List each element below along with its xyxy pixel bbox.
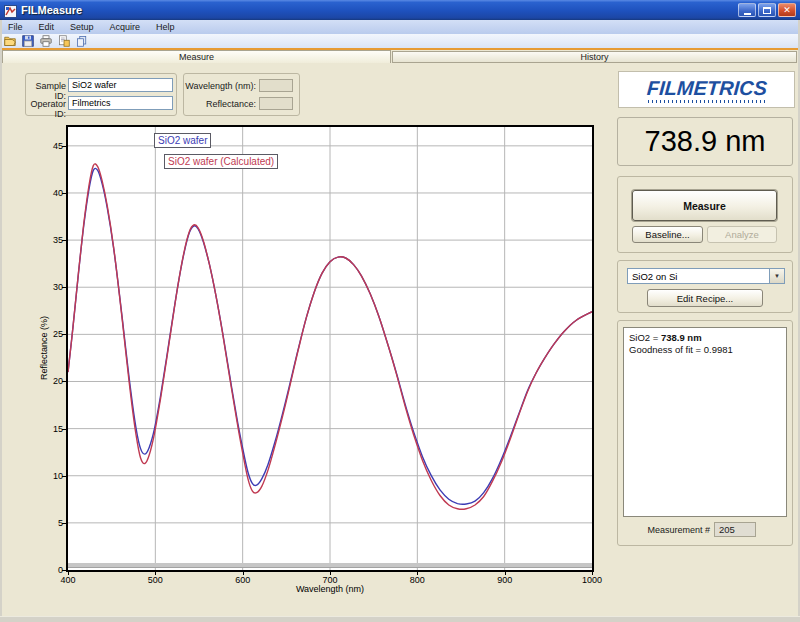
y-tick-label: 15 <box>38 424 63 434</box>
x-tick-mark <box>243 571 244 575</box>
y-tick-mark <box>62 570 66 571</box>
x-tick-mark <box>330 571 331 575</box>
close-button[interactable]: ✕ <box>778 3 796 17</box>
filmetrics-logo: FILMETRICS <box>618 71 795 108</box>
toolbar <box>0 34 800 48</box>
tab-history[interactable]: History <box>392 51 797 63</box>
window-frame-left <box>0 20 2 622</box>
menu-edit[interactable]: Edit <box>31 21 63 33</box>
x-tick-label: 600 <box>225 575 261 585</box>
x-tick-mark <box>68 571 69 575</box>
result-thickness-value: 738.9 nm <box>661 332 702 343</box>
sample-id-label: Sample ID: <box>24 81 66 101</box>
measure-button[interactable]: Measure <box>632 190 777 221</box>
window-controls: ✕ <box>738 3 796 17</box>
wavelength-label: Wavelength (nm): <box>185 81 256 91</box>
y-tick-mark <box>62 429 66 430</box>
x-axis-label: Wavelength (nm) <box>270 584 390 594</box>
app-window: FILMeasure ✕ File Edit Setup Acquire Hel… <box>0 0 800 622</box>
legend-measured: SiO2 wafer <box>154 133 211 148</box>
y-tick-label: 25 <box>38 329 63 339</box>
export-icon[interactable] <box>57 35 71 47</box>
sample-id-input[interactable] <box>68 78 173 92</box>
menu-acquire[interactable]: Acquire <box>102 21 149 33</box>
x-tick-mark <box>592 571 593 575</box>
edit-recipe-button[interactable]: Edit Recipe... <box>647 289 763 307</box>
y-tick-mark <box>62 287 66 288</box>
operator-id-input[interactable] <box>68 96 173 110</box>
reflectance-field <box>259 97 293 110</box>
menu-setup[interactable]: Setup <box>62 21 102 33</box>
results-text-area: SiO2 = 738.9 nm Goodness of fit = 0.9981 <box>623 327 787 517</box>
x-tick-label: 500 <box>137 575 173 585</box>
recipe-selected-value: SiO2 on Si <box>628 271 769 282</box>
y-tick-label: 10 <box>38 471 63 481</box>
menu-bar: File Edit Setup Acquire Help <box>0 20 800 34</box>
result-line-fit: Goodness of fit = 0.9981 <box>629 344 781 356</box>
x-tick-label: 900 <box>487 575 523 585</box>
x-tick-label: 800 <box>399 575 435 585</box>
baseline-button[interactable]: Baseline... <box>632 226 703 243</box>
y-tick-mark <box>62 240 66 241</box>
title-bar: FILMeasure ✕ <box>0 0 800 20</box>
tab-measure[interactable]: Measure <box>2 50 391 63</box>
thickness-display: 738.9 nm <box>617 117 793 166</box>
x-tick-label: 400 <box>50 575 86 585</box>
window-title: FILMeasure <box>21 4 82 16</box>
x-tick-mark <box>505 571 506 575</box>
logo-text: FILMETRICS <box>646 77 768 100</box>
x-tick-label: 1000 <box>574 575 610 585</box>
app-icon <box>4 4 17 17</box>
print-icon[interactable] <box>39 35 53 47</box>
y-tick-mark <box>62 334 66 335</box>
y-tick-label: 35 <box>38 235 63 245</box>
maximize-button[interactable] <box>758 3 776 17</box>
y-tick-mark <box>62 476 66 477</box>
y-tick-mark <box>62 146 66 147</box>
menu-file[interactable]: File <box>0 21 31 33</box>
y-tick-label: 20 <box>38 376 63 386</box>
window-frame-bottom <box>0 616 800 622</box>
result-line-thickness: SiO2 = 738.9 nm <box>629 332 781 344</box>
x-tick-mark <box>155 571 156 575</box>
measurement-number-label: Measurement # <box>630 525 710 535</box>
chart-canvas <box>68 127 592 570</box>
operator-id-label: Operator ID: <box>18 99 66 119</box>
baseline-band-edge <box>68 567 592 568</box>
wavelength-field <box>259 79 293 92</box>
save-icon[interactable] <box>21 35 35 47</box>
reflectance-label: Reflectance: <box>185 99 256 109</box>
y-tick-mark <box>62 193 66 194</box>
copy-icon[interactable] <box>75 35 89 47</box>
y-tick-label: 30 <box>38 282 63 292</box>
measurement-number-field: 205 <box>714 522 756 537</box>
recipe-select[interactable]: SiO2 on Si ▼ <box>627 268 785 284</box>
analyze-button[interactable]: Analyze <box>707 226 777 243</box>
chevron-down-icon[interactable]: ▼ <box>769 269 784 283</box>
y-tick-label: 0 <box>38 565 63 575</box>
x-tick-mark <box>417 571 418 575</box>
minimize-button[interactable] <box>738 3 756 17</box>
plot-area: SiO2 wafer SiO2 wafer (Calculated) <box>66 125 594 572</box>
legend-calculated: SiO2 wafer (Calculated) <box>164 154 278 169</box>
y-tick-mark <box>62 381 66 382</box>
y-tick-label: 40 <box>38 188 63 198</box>
y-tick-label: 45 <box>38 141 63 151</box>
open-icon[interactable] <box>3 35 17 47</box>
menu-help[interactable]: Help <box>148 21 183 33</box>
y-tick-label: 5 <box>38 518 63 528</box>
y-tick-mark <box>62 523 66 524</box>
